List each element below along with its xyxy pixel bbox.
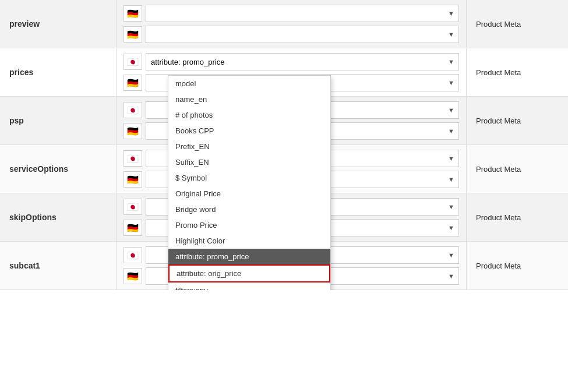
flag-jp-subcat1[interactable]: 🇯🇵 — [124, 247, 142, 263]
prices-select-wrapper-1: attribute: promo_price ▼ model name_en #… — [146, 53, 459, 70]
row-preview: preview 🇩🇪 ▼ 🇩🇪 ▼ — [0, 0, 568, 48]
prices-select-row-1: 🇯🇵 attribute: promo_price ▼ model name_e… — [124, 53, 459, 70]
label-preview: preview — [0, 0, 117, 48]
dropdown-item-promo-price[interactable]: Promo Price — [168, 217, 330, 233]
flag-de-subcat1[interactable]: 🇩🇪 — [124, 268, 142, 284]
meta-skipOptions: Product Meta — [466, 193, 568, 241]
label-prices: prices — [0, 48, 117, 96]
dropdown-item-bridge-word[interactable]: Bridge word — [168, 202, 330, 217]
flag-de-serviceOptions[interactable]: 🇩🇪 — [124, 171, 142, 188]
meta-subcat1: Product Meta — [466, 242, 568, 289]
meta-prices: Product Meta — [466, 48, 568, 96]
row-prices: prices 🇯🇵 attribute: promo_price ▼ model… — [0, 48, 568, 97]
label-serviceOptions: serviceOptions — [0, 145, 117, 193]
meta-preview: Product Meta — [466, 0, 568, 48]
dropdown-item-symbol[interactable]: $ Symbol — [168, 170, 330, 186]
flag-jp-psp[interactable]: 🇯🇵 — [124, 102, 142, 118]
dropdown-item-suffix-en[interactable]: Suffix_EN — [168, 154, 330, 170]
flag-de-skipOptions[interactable]: 🇩🇪 — [124, 220, 142, 236]
meta-psp: Product Meta — [466, 97, 568, 144]
dropdown-item-original-price[interactable]: Original Price — [168, 186, 330, 202]
select-prices-1[interactable]: attribute: promo_price — [146, 53, 459, 70]
dropdown-item-name-en[interactable]: name_en — [168, 91, 330, 107]
select-wrapper-2: ▼ — [146, 26, 459, 43]
flag-de-psp[interactable]: 🇩🇪 — [124, 123, 142, 139]
dropdown-item-books-cpp[interactable]: Books CPP — [168, 123, 330, 139]
controls-preview: 🇩🇪 ▼ 🇩🇪 ▼ — [117, 0, 466, 48]
select-wrapper-1: ▼ — [146, 5, 459, 22]
select-preview-2[interactable] — [146, 26, 459, 43]
flag-de-prices[interactable]: 🇩🇪 — [124, 75, 142, 91]
select-row-2: 🇩🇪 ▼ — [124, 26, 459, 43]
select-preview-1[interactable] — [146, 5, 459, 22]
flag-de-2[interactable]: 🇩🇪 — [124, 26, 142, 43]
label-psp: psp — [0, 97, 117, 144]
dropdown-menu: model name_en # of photos Books CPP Pref… — [168, 75, 331, 290]
dropdown-item-filters-env[interactable]: filters:env — [168, 282, 330, 290]
flag-jp-prices[interactable]: 🇯🇵 — [124, 54, 142, 70]
select-row-1: 🇩🇪 ▼ — [124, 5, 459, 22]
dropdown-item-highlight-color[interactable]: Highlight Color — [168, 233, 330, 249]
label-skipOptions: skipOptions — [0, 193, 117, 241]
controls-prices: 🇯🇵 attribute: promo_price ▼ model name_e… — [117, 48, 466, 96]
label-subcat1: subcat1 — [0, 242, 117, 289]
main-table: preview 🇩🇪 ▼ 🇩🇪 ▼ — [0, 0, 568, 290]
meta-serviceOptions: Product Meta — [466, 145, 568, 193]
dropdown-item-prefix-en[interactable]: Prefix_EN — [168, 139, 330, 154]
dropdown-item-model[interactable]: model — [168, 76, 330, 91]
flag-de-1[interactable]: 🇩🇪 — [124, 5, 142, 22]
dropdown-item-photos[interactable]: # of photos — [168, 107, 330, 123]
dropdown-item-attr-promo[interactable]: attribute: promo_price — [168, 249, 330, 264]
flag-jp-serviceOptions[interactable]: 🇯🇵 — [124, 150, 142, 167]
flag-jp-skipOptions[interactable]: 🇯🇵 — [124, 199, 142, 215]
dropdown-item-attr-orig[interactable]: attribute: orig_price — [168, 264, 330, 282]
